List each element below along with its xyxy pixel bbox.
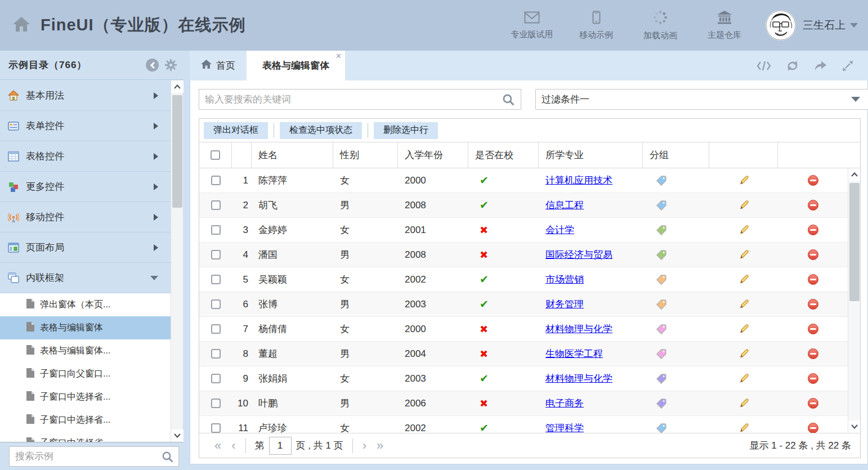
user-menu[interactable]: 三生石上 (766, 10, 858, 41)
gear-icon[interactable] (164, 59, 177, 71)
collapse-sidebar-button[interactable] (146, 59, 159, 71)
delete-icon[interactable] (808, 200, 818, 211)
row-checkbox[interactable] (199, 218, 232, 242)
major-link[interactable]: 信息工程 (545, 199, 584, 212)
col-group[interactable]: 分组 (643, 142, 709, 168)
delete-icon[interactable] (808, 175, 818, 186)
cell-name: 金婷婷 (252, 218, 333, 242)
major-link[interactable]: 财务管理 (545, 298, 584, 311)
scroll-down-button[interactable] (848, 420, 860, 433)
edit-pencil-icon[interactable] (738, 274, 750, 285)
sidebar-subitem-select-province-2[interactable]: 子窗口中选择省... (0, 409, 171, 432)
sidebar-item-form-controls[interactable]: 表单控件 (0, 111, 171, 141)
col-gender[interactable]: 性别 (333, 142, 398, 168)
col-major[interactable]: 所学专业 (539, 142, 643, 168)
sidebar-subitem-select-province-3[interactable]: 子窗口中选择省 (0, 432, 171, 442)
check-selection-button[interactable]: 检查选中项状态 (280, 122, 362, 139)
row-checkbox[interactable] (199, 267, 232, 292)
open-dialog-button[interactable]: 弹出对话框 (204, 122, 268, 139)
edit-pencil-icon[interactable] (738, 298, 750, 310)
major-link[interactable]: 国际经济与贸易 (545, 248, 612, 261)
page-number-input[interactable] (269, 437, 292, 455)
scrollbar-thumb[interactable] (172, 95, 182, 208)
major-link[interactable]: 会计学 (545, 223, 574, 236)
mobile-demo-action[interactable]: 移动示例 (574, 11, 618, 41)
col-in-school[interactable]: 是否在校 (468, 142, 539, 168)
search-icon[interactable] (502, 93, 515, 109)
col-name[interactable]: 姓名 (252, 142, 333, 168)
last-page-button[interactable]: » (372, 440, 388, 452)
search-icon[interactable] (162, 451, 174, 465)
delete-icon[interactable] (808, 299, 818, 310)
edit-pencil-icon[interactable] (738, 174, 750, 186)
row-checkbox[interactable] (199, 243, 232, 267)
edit-pencil-icon[interactable] (738, 397, 750, 409)
scroll-down-button[interactable] (171, 429, 184, 442)
tab-home[interactable]: 首页 (190, 51, 247, 80)
major-link[interactable]: 市场营销 (545, 273, 584, 286)
major-link[interactable]: 电子商务 (545, 397, 584, 410)
share-arrow-icon[interactable] (814, 60, 827, 71)
scroll-up-button[interactable] (171, 80, 184, 93)
edit-pencil-icon[interactable] (738, 348, 750, 360)
delete-icon[interactable] (808, 274, 818, 285)
row-checkbox[interactable] (199, 391, 232, 415)
sidebar-subitem-child-to-parent[interactable]: 子窗口向父窗口... (0, 362, 171, 386)
row-checkbox[interactable] (199, 292, 232, 316)
major-link[interactable]: 管理科学 (545, 422, 584, 433)
scroll-up-button[interactable] (848, 168, 860, 181)
major-link[interactable]: 计算机应用技术 (545, 174, 612, 187)
edit-pencil-icon[interactable] (738, 373, 750, 384)
sidebar-subitem-select-province-1[interactable]: 子窗口中选择省... (0, 386, 171, 409)
row-checkbox[interactable] (199, 366, 232, 391)
edit-pencil-icon[interactable] (738, 249, 750, 261)
delete-icon[interactable] (808, 324, 818, 334)
sidebar-subitem-grid-edit-window[interactable]: 表格与编辑窗体 (0, 316, 171, 339)
delete-icon[interactable] (808, 398, 818, 409)
edit-pencil-icon[interactable] (738, 199, 750, 211)
first-page-button[interactable]: « (209, 440, 226, 452)
sidebar-search-input[interactable] (10, 447, 178, 466)
tab-grid-edit-window[interactable]: 表格与编辑窗体 ✕ (247, 51, 345, 80)
sidebar-subitem-grid-edit-window-2[interactable]: 表格与编辑窗体... (0, 339, 171, 362)
major-link[interactable]: 材料物理与化学 (545, 372, 612, 385)
major-link[interactable]: 生物医学工程 (545, 347, 603, 360)
loading-anim-action[interactable]: 加载动画 (638, 10, 682, 41)
row-checkbox[interactable] (199, 168, 232, 193)
close-icon[interactable]: ✕ (335, 52, 342, 60)
sidebar-item-iframe[interactable]: 内联框架 (0, 263, 171, 293)
row-checkbox[interactable] (199, 342, 232, 366)
edit-pencil-icon[interactable] (738, 422, 750, 433)
delete-rows-button[interactable]: 删除选中行 (374, 122, 438, 139)
select-all-checkbox[interactable] (199, 142, 232, 168)
sidebar-item-basic-usage[interactable]: 基本用法 (0, 80, 171, 111)
cell-edit (709, 391, 778, 415)
theme-repo-action[interactable]: 主题仓库 (703, 11, 746, 41)
sidebar-subitem-popup-window[interactable]: 弹出窗体（本页... (0, 293, 171, 316)
row-checkbox[interactable] (199, 317, 232, 341)
delete-icon[interactable] (808, 373, 818, 384)
trial-action[interactable]: 专业版试用 (510, 11, 554, 40)
sidebar-item-grid-controls[interactable]: 表格控件 (0, 141, 171, 172)
filter-dropdown[interactable]: 过滤条件一 (535, 89, 868, 110)
major-link[interactable]: 材料物理与化学 (545, 323, 612, 335)
keyword-search-input[interactable] (199, 89, 521, 109)
expand-icon[interactable] (842, 60, 853, 71)
delete-icon[interactable] (808, 348, 818, 359)
row-checkbox[interactable] (199, 416, 232, 433)
row-checkbox[interactable] (199, 193, 232, 217)
sidebar-item-mobile-controls[interactable]: 移动控件 (0, 202, 171, 232)
delete-icon[interactable] (808, 423, 818, 433)
next-page-button[interactable]: › (357, 440, 372, 452)
sidebar-item-more-controls[interactable]: 更多控件 (0, 172, 171, 202)
delete-icon[interactable] (808, 225, 818, 235)
code-icon[interactable] (757, 61, 771, 71)
scrollbar-thumb[interactable] (849, 183, 860, 301)
col-year[interactable]: 入学年份 (398, 142, 468, 168)
delete-icon[interactable] (808, 249, 818, 260)
prev-page-button[interactable]: ‹ (226, 440, 240, 452)
edit-pencil-icon[interactable] (738, 224, 750, 236)
sidebar-item-page-layout[interactable]: 页面布局 (0, 232, 171, 263)
edit-pencil-icon[interactable] (738, 323, 750, 335)
refresh-icon[interactable] (786, 60, 799, 71)
